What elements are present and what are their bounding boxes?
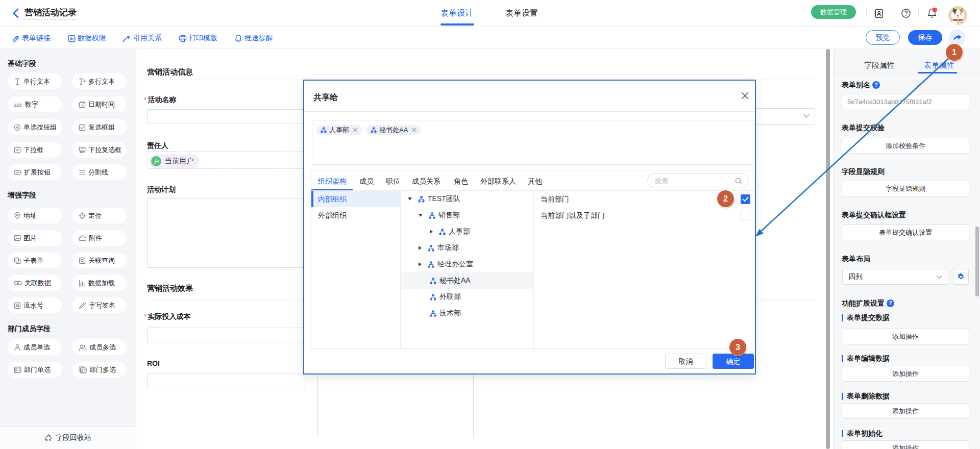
svg-text:?: ? xyxy=(874,82,877,88)
svg-text:?: ? xyxy=(889,301,892,306)
svg-text:123: 123 xyxy=(14,102,21,107)
svg-text:户: 户 xyxy=(154,158,159,164)
